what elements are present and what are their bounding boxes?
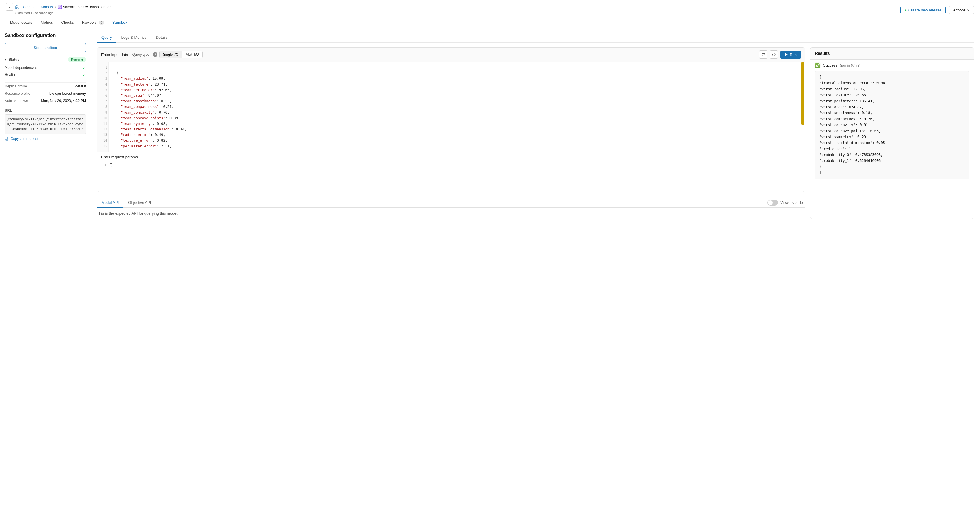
tab-model-details[interactable]: Model details <box>6 17 37 28</box>
tab-model-api[interactable]: Model API <box>97 198 124 208</box>
status-row-health: Health ✓ <box>5 71 86 78</box>
create-release-button[interactable]: ♦ Create new release <box>900 6 946 14</box>
tab-query[interactable]: Query <box>97 33 116 43</box>
view-as-code: View as code <box>767 200 805 206</box>
breadcrumb-sep-2: › <box>55 5 56 9</box>
params-content: {} <box>109 163 113 167</box>
multi-io-button[interactable]: Multi I/O <box>182 51 203 58</box>
chevron-down-icon: ▾ <box>5 57 6 62</box>
breadcrumb-models[interactable]: Models <box>35 5 53 9</box>
gem-icon: ♦ <box>905 8 907 12</box>
request-params-header: Enter request params − <box>97 153 805 162</box>
tab-checks[interactable]: Checks <box>57 17 78 28</box>
status-section: ▾ Status Running Model dependencies ✓ He… <box>5 57 86 78</box>
tab-metrics[interactable]: Metrics <box>37 17 57 28</box>
bottom-content: This is the expected API for querying th… <box>97 208 805 219</box>
top-actions: ♦ Create new release Actions <box>900 6 974 14</box>
result-line-14: "probability_1": 0.5264616905 <box>819 158 965 164</box>
svg-rect-0 <box>36 6 39 8</box>
results-code-box: { "fractal_dimension_error": 0.08, "wors… <box>815 71 969 179</box>
back-button[interactable] <box>6 3 13 11</box>
view-as-code-toggle[interactable] <box>767 200 778 206</box>
success-icon: ✅ <box>815 62 821 68</box>
query-actions: Run <box>759 51 801 59</box>
replica-profile-label: Replica profile <box>5 84 27 88</box>
trash-button[interactable] <box>759 51 767 59</box>
minimize-button[interactable]: − <box>798 155 801 159</box>
query-panel: Enter input data Query type: ? Single I/… <box>97 47 805 192</box>
result-line-10: "worst_symmetry": 0.29, <box>819 134 965 140</box>
svg-rect-4 <box>5 137 7 140</box>
result-line-11: "worst_fractal_dimension": 0.05, <box>819 140 965 146</box>
help-icon[interactable]: ? <box>153 52 158 57</box>
params-line-numbers: 1 <box>97 163 109 167</box>
tab-logs-metrics[interactable]: Logs & Metrics <box>116 33 151 43</box>
reset-button[interactable] <box>770 51 778 59</box>
info-section: Replica profile default Resource profile… <box>5 83 86 104</box>
copy-curl-button[interactable]: Copy curl request <box>5 137 86 141</box>
sidebar: Sandbox configuration Stop sandbox ▾ Sta… <box>0 28 91 529</box>
query-type-group: Query type: ? Single I/O Multi I/O <box>132 51 203 58</box>
status-header: ▾ Status Running <box>5 57 86 62</box>
result-line-13: "probability_0": 0.4735383095, <box>819 152 965 158</box>
bottom-tabs: Model API Objective API View as code <box>97 198 805 208</box>
check-icon-health: ✓ <box>83 72 86 77</box>
result-line-12: "prediction": 1, <box>819 146 965 152</box>
model-dependencies-label: Model dependencies <box>5 66 37 70</box>
info-row-resource-profile: Resource profile low-cpu-lowest-memory <box>5 90 86 97</box>
result-line-1: "fractal_dimension_error": 0.08, <box>819 80 965 86</box>
result-line-6: "worst_smoothness": 0.18, <box>819 110 965 116</box>
replica-profile-value: default <box>75 84 86 88</box>
running-badge: Running <box>68 57 86 62</box>
scrollbar-vertical[interactable] <box>802 62 804 125</box>
success-label: Success <box>823 63 837 67</box>
result-line-8: "worst_concavity": 0.01, <box>819 122 965 128</box>
request-params-label: Enter request params <box>101 155 138 159</box>
status-row-model-dependencies: Model dependencies ✓ <box>5 64 86 71</box>
request-params-section: Enter request params − 1 {} <box>97 152 805 192</box>
breadcrumb-current: sklearn_binary_classification <box>58 5 111 9</box>
code-content[interactable]: [ { "mean_radius": 15.09, "mean_texture"… <box>109 62 805 152</box>
info-row-auto-shutdown: Auto shutdown Mon, Nov 20, 2023, 4:30 PM <box>5 97 86 104</box>
bottom-section: Model API Objective API View as code Thi… <box>97 198 805 219</box>
bottom-tabs-left: Model API Objective API <box>97 198 156 207</box>
tab-reviews[interactable]: Reviews 0 <box>78 17 108 28</box>
resource-profile-value: low-cpu-lowest-memory <box>49 92 86 95</box>
auto-shutdown-value: Mon, Nov 20, 2023, 4:30 PM <box>41 99 86 103</box>
stop-sandbox-button[interactable]: Stop sandbox <box>5 43 86 52</box>
check-icon-model-dependencies: ✓ <box>83 65 86 70</box>
svg-rect-1 <box>58 5 62 8</box>
run-button[interactable]: Run <box>780 51 801 59</box>
result-line-9: "worst_concave_points": 0.05, <box>819 128 965 134</box>
code-editor[interactable]: 12345 678910 1112131415 [ { "mean_radius… <box>97 62 805 152</box>
top-bar: Home › Models › sklearn_binary_classific… <box>0 0 980 17</box>
url-label: URL <box>5 108 86 113</box>
results-close-brace: } <box>819 164 965 170</box>
query-header-left: Enter input data Query type: ? Single I/… <box>101 51 203 58</box>
inner-tabs: Query Logs & Metrics Details <box>97 33 974 43</box>
svg-marker-6 <box>785 53 788 56</box>
info-row-replica-profile: Replica profile default <box>5 83 86 90</box>
result-line-3: "worst_texture": 20.66, <box>819 92 965 98</box>
success-row: ✅ Success (ran in 67ms) <box>810 60 974 71</box>
result-line-2: "worst_radius": 12.95, <box>819 86 965 92</box>
params-code: 1 {} <box>97 162 805 168</box>
run-time: (ran in 67ms) <box>840 64 861 67</box>
params-empty-space <box>97 168 805 192</box>
line-numbers: 12345 678910 1112131415 <box>97 62 109 152</box>
query-header: Enter input data Query type: ? Single I/… <box>97 48 805 62</box>
actions-button[interactable]: Actions <box>949 6 974 14</box>
breadcrumb-home[interactable]: Home <box>15 5 31 9</box>
breadcrumb-sep-1: › <box>33 5 34 9</box>
status-label: ▾ Status <box>5 57 19 62</box>
tab-details[interactable]: Details <box>151 33 172 43</box>
input-panel: Enter input data Query type: ? Single I/… <box>97 47 805 219</box>
view-as-code-label: View as code <box>780 200 803 205</box>
tab-sandbox[interactable]: Sandbox <box>108 17 131 28</box>
sub-nav: Model details Metrics Checks Reviews 0 S… <box>0 17 980 28</box>
query-type-label: Query type: <box>132 52 150 57</box>
tab-objective-api[interactable]: Objective API <box>124 198 156 208</box>
enter-input-label: Enter input data <box>101 52 128 57</box>
single-io-button[interactable]: Single I/O <box>159 51 182 58</box>
resource-profile-label: Resource profile <box>5 92 30 95</box>
